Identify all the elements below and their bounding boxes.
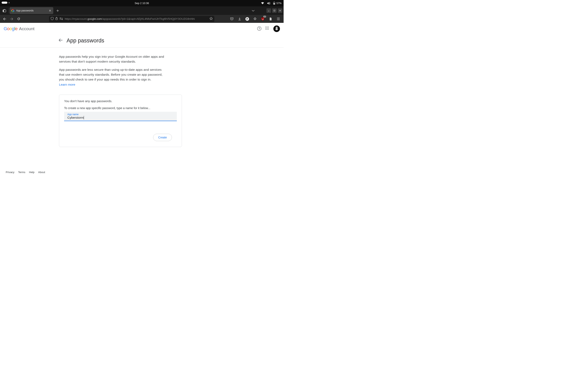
google-account-logo[interactable]: Google Account — [4, 26, 35, 31]
toolbar-right: P 13 — [229, 16, 282, 22]
divider — [9, 8, 9, 13]
page-footer: Privacy Terms Help About — [0, 171, 45, 177]
url-bar[interactable]: https://myaccount.google.com/apppassword… — [49, 16, 214, 22]
svg-point-15 — [267, 28, 267, 28]
account-text: Account — [19, 26, 35, 31]
footer-privacy-link[interactable]: Privacy — [6, 171, 15, 174]
intro-para-2: App passwords are less secure than using… — [59, 67, 165, 82]
google-logo: Google — [4, 26, 17, 31]
svg-point-21 — [276, 28, 277, 28]
intro-para-1: App passwords help you sign into your Go… — [59, 54, 165, 64]
svg-point-22 — [277, 28, 277, 28]
back-arrow-icon[interactable] — [58, 38, 63, 43]
footer-help-link[interactable]: Help — [29, 171, 35, 174]
doc-icon[interactable] — [268, 16, 273, 22]
app-name-field[interactable]: App name Cyberstorm — [64, 112, 177, 121]
header-right — [257, 25, 280, 32]
ublock-icon[interactable]: 13 — [260, 16, 266, 22]
svg-rect-2 — [274, 3, 275, 4]
url-text: https://myaccount.google.com/apppassword… — [65, 17, 208, 20]
apps-grid-icon[interactable] — [265, 26, 270, 31]
close-window-button[interactable] — [278, 8, 282, 13]
page-title-row: App passwords — [0, 35, 284, 48]
chevron-down-icon[interactable] — [252, 9, 255, 12]
forward-button[interactable] — [9, 16, 15, 22]
svg-point-18 — [267, 29, 267, 30]
svg-rect-4 — [3, 10, 4, 12]
svg-point-7 — [60, 18, 61, 18]
svg-rect-5 — [274, 10, 275, 11]
app-passwords-card: You don't have any app passwords. To cre… — [59, 95, 182, 147]
footer-terms-link[interactable]: Terms — [18, 171, 25, 174]
svg-point-8 — [62, 19, 63, 20]
page-body: App passwords help you sign into your Go… — [0, 48, 183, 147]
shield-icon[interactable] — [51, 17, 54, 21]
pocket-icon[interactable] — [229, 16, 234, 22]
tab-title: App passwords — [16, 9, 47, 12]
ublock-badge: 13 — [263, 16, 266, 17]
os-datetime: Sep 2 10:36 — [135, 2, 149, 5]
url-domain: google.com — [87, 17, 102, 20]
back-button[interactable] — [2, 16, 8, 22]
svg-point-10 — [259, 29, 259, 30]
avatar[interactable] — [273, 25, 280, 32]
bookmark-star-icon[interactable] — [209, 17, 213, 21]
svg-rect-6 — [56, 18, 58, 20]
app-name-input[interactable]: Cyberstorm — [67, 116, 84, 119]
svg-point-19 — [268, 29, 268, 30]
maximize-button[interactable] — [272, 8, 277, 13]
sidebar-panel-icon[interactable] — [1, 8, 7, 14]
new-tab-button[interactable] — [54, 8, 61, 14]
os-pill-icon — [2, 2, 7, 4]
lock-icon[interactable] — [55, 17, 58, 21]
create-button[interactable]: Create — [153, 134, 172, 141]
wifi-icon — [261, 2, 264, 4]
os-bar-left — [2, 2, 9, 4]
create-instruction: To create a new app specific password, t… — [64, 106, 177, 110]
no-passwords-msg: You don't have any app passwords. — [64, 99, 177, 103]
extension-p-icon[interactable]: P — [244, 16, 250, 22]
volume-icon — [267, 2, 270, 5]
permissions-icon[interactable] — [60, 17, 63, 21]
close-tab-icon[interactable] — [48, 9, 52, 12]
svg-point-12 — [267, 26, 267, 27]
page-title: App passwords — [67, 38, 104, 44]
svg-point-17 — [265, 29, 266, 30]
footer-about-link[interactable]: About — [38, 171, 45, 174]
battery-icon: 57% — [273, 2, 282, 5]
svg-point-13 — [268, 26, 268, 27]
url-suffix: /apppasswords?pli=1&rapt=AEjHL4NfoFwAJHT… — [102, 17, 195, 20]
svg-point-11 — [265, 26, 266, 27]
menu-icon[interactable] — [276, 16, 281, 22]
page-content: Google Account App passwords App passwor… — [0, 23, 284, 177]
browser-tab[interactable]: App passwords — [9, 7, 53, 14]
reload-button[interactable] — [16, 16, 22, 22]
url-prefix: https://myaccount. — [65, 17, 87, 20]
help-icon[interactable] — [257, 26, 262, 31]
minimize-button[interactable] — [267, 8, 271, 13]
extensions-icon[interactable] — [252, 16, 258, 22]
browser-tab-strip: App passwords — [0, 6, 284, 15]
downloads-icon[interactable] — [237, 16, 242, 22]
google-favicon-icon — [11, 9, 15, 12]
svg-point-9 — [258, 27, 261, 31]
os-status-bar: Sep 2 10:36 57% — [0, 0, 284, 6]
svg-point-16 — [268, 28, 268, 28]
google-header: Google Account — [0, 23, 284, 35]
os-dot-icon — [9, 2, 9, 3]
battery-percent: 57% — [277, 2, 282, 5]
svg-point-14 — [265, 28, 266, 28]
learn-more-link[interactable]: Learn more — [59, 83, 75, 86]
window-controls — [252, 6, 282, 15]
browser-toolbar: https://myaccount.google.com/apppassword… — [0, 15, 284, 23]
os-bar-right: 57% — [261, 0, 282, 6]
field-label: App name — [67, 113, 173, 116]
svg-rect-1 — [274, 2, 274, 2]
